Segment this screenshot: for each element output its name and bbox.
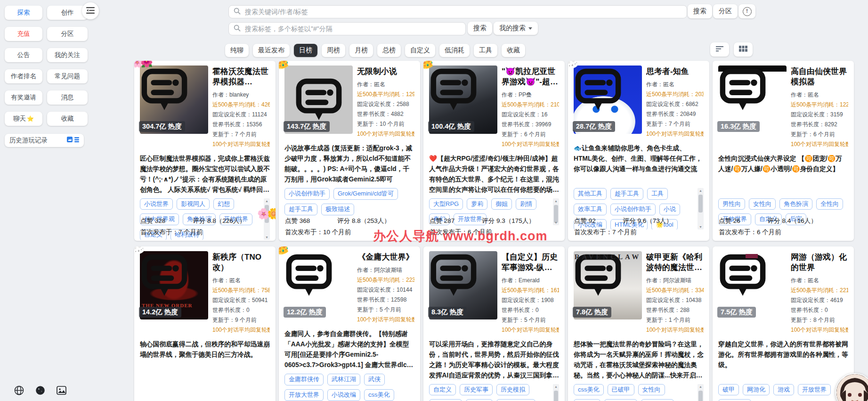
sidebar-item-messages[interactable]: 消息 — [47, 90, 88, 105]
tag-pill[interactable]: 小说 — [659, 204, 680, 215]
world-card[interactable]: 【自定义】历史军事游戏-纵横捭阖 作者：Emerald 近500条平均消耗：16… — [423, 246, 565, 401]
tab-monthly[interactable]: 月榜 — [349, 44, 373, 57]
tag-pill[interactable]: 网游化 — [743, 384, 770, 396]
sidebar-item-invite[interactable]: 有奖邀请 — [5, 90, 42, 105]
sidebar-item-announcements[interactable]: 公告 — [5, 48, 42, 62]
card-title[interactable]: 霍格沃茨魔法世界模拟器【HP】[自... — [212, 66, 270, 87]
tag-pill[interactable]: 已破甲 — [608, 384, 634, 396]
tag-pill[interactable]: 小说改编 — [327, 389, 360, 401]
tag-pill[interactable]: css美化 — [574, 384, 604, 396]
tag-pill[interactable]: 无限制 — [466, 399, 493, 401]
tag-pill[interactable]: 工具 — [647, 188, 668, 200]
tag-search-input[interactable] — [244, 25, 461, 33]
tag-pill[interactable]: 历史模拟 — [496, 384, 529, 396]
tag-pill[interactable]: 女性向 — [638, 384, 665, 396]
language-globe-button[interactable] — [14, 385, 24, 395]
tag-pill[interactable]: 小说世界 — [140, 198, 173, 210]
tag-pill[interactable]: 御姐 — [491, 198, 512, 210]
tag-pill[interactable]: Grok/Gemini/cld皆可 — [333, 188, 398, 200]
world-card[interactable]: 高自由仙侠世界模拟器 作者：匿名 近500条平均消耗：1224 固定设定长度：3… — [713, 61, 854, 241]
tab-favorites[interactable]: 收藏 — [502, 44, 525, 57]
world-card[interactable]: 👑 无限制小说 作者：匿名 近500条平均消耗：1291 固定设定长度：2588… — [279, 61, 420, 241]
world-card[interactable]: 🌸🌺 🌸🌼 霍格沃茨魔法世界模拟器【HP】[自... 作者：blankey 近5… — [134, 61, 276, 241]
tag-pill[interactable]: 大型RPG — [429, 198, 463, 210]
tab-custom[interactable]: 自定义 — [405, 44, 435, 57]
world-card[interactable]: 👑 "👿凯拉尼亚世界游戏👿"-超级版 作者：PP叠 近500条平均消耗：2108… — [423, 61, 565, 241]
tag-pill[interactable]: 剧情 — [516, 198, 536, 210]
tab-total[interactable]: 总榜 — [377, 44, 401, 57]
tag-pill[interactable]: 破甲 — [718, 384, 739, 396]
tag-pill[interactable]: 幻想 — [213, 198, 234, 210]
tag-pill[interactable]: 武林江湖 — [327, 374, 360, 385]
tab-pure-chat[interactable]: 纯聊 — [225, 44, 249, 57]
tag-pill[interactable]: 角色扮演 — [604, 399, 637, 401]
card-title[interactable]: 破甲更新《哈利波特的魔法世界》 — [646, 252, 704, 273]
tab-weekly[interactable]: 周榜 — [322, 44, 345, 57]
tag-pill[interactable]: 影视同人 — [177, 198, 210, 210]
tag-pill[interactable]: 开放世界 — [429, 399, 462, 401]
sidebar-item-zones[interactable]: 分区 — [47, 27, 88, 41]
tag-pill[interactable]: 历史军事 — [460, 384, 493, 396]
keyword-search-input[interactable] — [244, 8, 682, 16]
theme-toggle-button[interactable] — [35, 385, 45, 395]
grid-view-button[interactable] — [734, 42, 753, 57]
tag-pill[interactable]: 趁手工具 — [284, 204, 317, 215]
tag-pill[interactable]: 萝莉 — [467, 198, 487, 210]
tag-pill[interactable]: 角色扮演 — [779, 198, 812, 210]
tags-scrollbar[interactable] — [698, 384, 704, 401]
tag-pill[interactable]: 小说创作助手 — [284, 188, 330, 200]
tag-pill[interactable]: 男性向 — [574, 399, 600, 401]
card-title[interactable]: 思考者-知鱼 — [646, 66, 704, 77]
sidebar-item-author-ranking[interactable]: 作者排名 — [5, 69, 42, 83]
sidebar-item-my-follows[interactable]: 我的关注 — [47, 48, 88, 62]
world-card[interactable]: 👑 《金庸大世界》 作者：阿尔波斯喵 近500条平均消耗：2232 固定设定长度… — [279, 246, 420, 401]
tag-pill[interactable]: 其他工具 — [574, 188, 607, 200]
card-title[interactable]: 无限制小说 — [357, 66, 414, 77]
sidebar-collapse-button[interactable] — [82, 2, 99, 19]
card-title[interactable]: "👿凯拉尼亚世界游戏👿"-超级版 — [502, 66, 559, 87]
sidebar-item-recharge[interactable]: 充值 — [5, 27, 42, 41]
sidebar-item-chat[interactable]: 聊天⭐ — [5, 112, 42, 126]
tags-scrollbar[interactable] — [553, 384, 559, 401]
sidebar-item-explore[interactable]: 探索 — [5, 6, 42, 20]
tag-pill[interactable]: 自定义角色 — [496, 399, 535, 401]
tab-recent[interactable]: 最近发布 — [253, 44, 290, 57]
tag-pill[interactable]: 小说创作助手 — [610, 204, 656, 215]
tag-pill[interactable]: 开放大世界 — [284, 389, 324, 401]
tag-pill[interactable]: 开放世界 — [798, 384, 831, 396]
tag-pill[interactable]: 女性向 — [749, 198, 776, 210]
world-card[interactable]: 👑 THE NEW ORDER 新秩序（TNO改） 作者：匿名 近500条平均消… — [134, 246, 276, 401]
tag-pill[interactable]: 自定义 — [429, 384, 456, 396]
world-card[interactable]: RAVENCLAW 破甲更新《哈利波特的魔法世界》 作者：阿尔波斯喵 近500条… — [568, 246, 709, 401]
tag-pill[interactable]: 武侠 — [364, 374, 385, 385]
tag-pill[interactable]: 极致描述 — [321, 204, 354, 215]
info-button[interactable]: ! — [738, 4, 755, 18]
tab-tools[interactable]: 工具 — [474, 44, 497, 57]
tag-pill[interactable]: 男性向 — [718, 198, 745, 210]
sort-button[interactable] — [710, 42, 729, 57]
tag-pill[interactable]: 全性向 — [816, 198, 843, 210]
tag-pill[interactable]: 高自由度 — [718, 399, 751, 401]
tag-search-button[interactable]: 搜索 — [468, 22, 492, 35]
top-search-button[interactable]: 搜索 — [688, 4, 712, 18]
top-zone-button[interactable]: 分区 — [713, 4, 738, 18]
my-search-dropdown[interactable]: 我的搜索 — [494, 22, 538, 35]
tag-pill[interactable]: 金庸群侠传 — [284, 374, 324, 385]
tab-low-cost[interactable]: 低消耗 — [439, 44, 470, 57]
card-title[interactable]: 新秩序（TNO改） — [212, 252, 270, 273]
tag-pill[interactable]: 开放世界 — [641, 399, 674, 401]
world-card[interactable]: 网游（游戏）化的世界 作者：匿名 近500条平均消耗：2215 固定设定长度：4… — [713, 246, 854, 401]
sidebar-item-create[interactable]: 创作 — [47, 6, 88, 20]
card-title[interactable]: 【自定义】历史军事游戏-纵横捭阖 — [502, 252, 559, 273]
tag-pill[interactable]: 游戏 — [773, 384, 794, 396]
sidebar-item-faq[interactable]: 常见问题 — [47, 69, 88, 83]
card-title[interactable]: 网游（游戏）化的世界 — [791, 252, 848, 273]
sidebar-item-favorites[interactable]: 收藏 — [47, 112, 88, 126]
sidebar-item-history[interactable]: 历史游玩记录 — [5, 134, 84, 147]
card-title[interactable]: 《金庸大世界》 — [357, 252, 414, 262]
card-title[interactable]: 高自由仙侠世界模拟器 — [791, 66, 848, 87]
tag-pill[interactable]: 趁手工具 — [610, 188, 643, 200]
tab-daily[interactable]: 日榜 — [294, 44, 317, 57]
tag-pill[interactable]: css美化 — [364, 389, 394, 401]
background-image-button[interactable] — [57, 386, 66, 395]
